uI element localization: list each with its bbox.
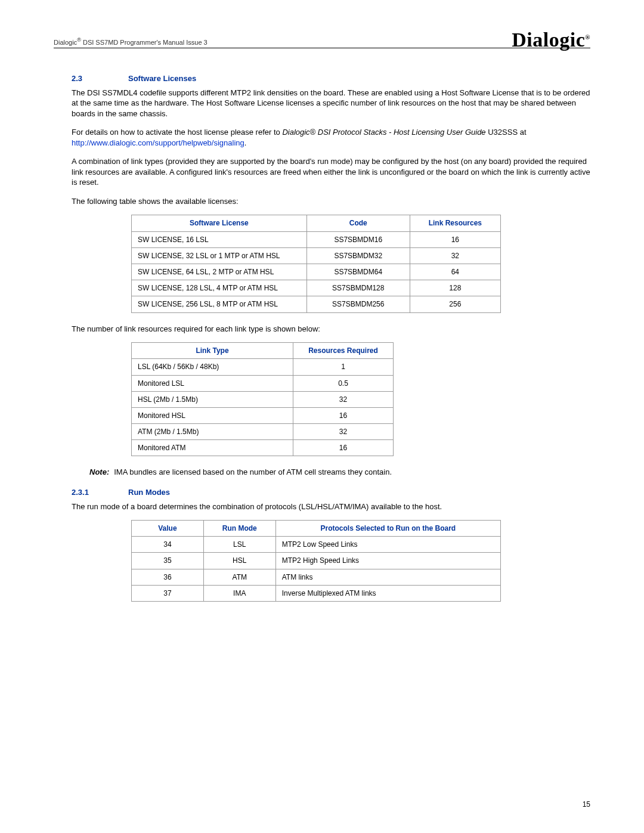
paragraph: A combination of link types (provided th… xyxy=(72,156,590,188)
col-header: Link Type xyxy=(132,343,293,359)
reg-mark: ® xyxy=(77,37,81,43)
doc-title-prefix: Dialogic xyxy=(54,38,77,45)
cell-resources: 64 xyxy=(410,264,500,280)
cell-linktype: HSL (2Mb / 1.5Mb) xyxy=(132,391,293,407)
cell-linktype: LSL (64Kb / 56Kb / 48Kb) xyxy=(132,359,293,375)
paragraph: The DSI SS7MDL4 codefile supports differ… xyxy=(72,88,590,119)
cell-mode: HSL xyxy=(203,553,275,569)
text: . xyxy=(244,138,247,147)
table-row: Monitored ATM 16 xyxy=(132,440,394,456)
table-row: SW LICENSE, 32 LSL or 1 MTP or ATM HSL S… xyxy=(132,247,501,264)
table-header-row: Software License Code Link Resources xyxy=(132,215,501,231)
cell-resources: 16 xyxy=(410,231,500,247)
dialogic-logo: Dialogic® xyxy=(512,30,590,50)
cell-linktype: Monitored ATM xyxy=(132,440,293,456)
cell-linktype: Monitored LSL xyxy=(132,375,293,391)
cell-code: SS7SBMDM32 xyxy=(306,247,410,264)
note-label: Note: xyxy=(89,467,109,478)
table-row: SW LICENSE, 256 LSL, 8 MTP or ATM HSL SS… xyxy=(132,296,501,312)
cell-linktype: ATM (2Mb / 1.5Mb) xyxy=(132,424,293,440)
doc-title: Dialogic® DSI SS7MD Programmer's Manual … xyxy=(54,36,208,47)
cell-proto: ATM links xyxy=(275,569,500,585)
col-header: Value xyxy=(132,521,204,537)
col-header: Run Mode xyxy=(203,521,275,537)
doc-title-suffix: DSI SS7MD Programmer's Manual Issue 3 xyxy=(81,38,208,45)
table-row: HSL (2Mb / 1.5Mb) 32 xyxy=(132,391,394,407)
table-header-row: Link Type Resources Required xyxy=(132,343,394,359)
table-row: LSL (64Kb / 56Kb / 48Kb) 1 xyxy=(132,359,394,375)
note-block: Note: IMA bundles are licensed based on … xyxy=(89,467,590,478)
section-number: 2.3 xyxy=(72,73,128,84)
cell-resources: 256 xyxy=(410,296,500,312)
table-row: 37 IMA Inverse Multiplexed ATM links xyxy=(132,585,501,601)
table-row: Monitored LSL 0.5 xyxy=(132,375,394,391)
cell-code: SS7SBMDM16 xyxy=(306,231,410,247)
cell-req: 16 xyxy=(293,407,394,423)
logo-text: Dialogic xyxy=(512,29,585,51)
cell-license: SW LICENSE, 64 LSL, 2 MTP or ATM HSL xyxy=(132,264,307,280)
table-row: SW LICENSE, 64 LSL, 2 MTP or ATM HSL SS7… xyxy=(132,264,501,280)
cell-mode: IMA xyxy=(203,585,275,601)
cell-req: 32 xyxy=(293,424,394,440)
cell-value: 35 xyxy=(132,553,204,569)
table-header-row: Value Run Mode Protocols Selected to Run… xyxy=(132,521,501,537)
col-header: Protocols Selected to Run on the Board xyxy=(275,521,500,537)
section-heading-2-3: 2.3 Software Licenses xyxy=(72,73,590,84)
cell-proto: MTP2 Low Speed Links xyxy=(275,537,500,553)
page-number: 15 xyxy=(583,800,590,809)
cell-code: SS7SBMDM128 xyxy=(306,280,410,296)
licenses-table: Software License Code Link Resources SW … xyxy=(131,215,501,312)
text: U32SSS at xyxy=(486,128,527,137)
col-header: Software License xyxy=(132,215,307,231)
doc-ref-italic: Dialogic® DSI Protocol Stacks - Host Lic… xyxy=(282,128,485,137)
section-heading-2-3-1: 2.3.1 Run Modes xyxy=(72,487,590,498)
cell-code: SS7SBMDM64 xyxy=(306,264,410,280)
note-text: IMA bundles are licensed based on the nu… xyxy=(114,467,392,478)
cell-license: SW LICENSE, 256 LSL, 8 MTP or ATM HSL xyxy=(132,296,307,312)
cell-mode: ATM xyxy=(203,569,275,585)
page-header: Dialogic® DSI SS7MD Programmer's Manual … xyxy=(54,26,590,48)
section-title: Software Licenses xyxy=(128,73,196,84)
cell-req: 32 xyxy=(293,391,394,407)
cell-req: 16 xyxy=(293,440,394,456)
cell-license: SW LICENSE, 16 LSL xyxy=(132,231,307,247)
cell-linktype: Monitored HSL xyxy=(132,407,293,423)
cell-license: SW LICENSE, 128 LSL, 4 MTP or ATM HSL xyxy=(132,280,307,296)
cell-req: 0.5 xyxy=(293,375,394,391)
table-row: 34 LSL MTP2 Low Speed Links xyxy=(132,537,501,553)
cell-code: SS7SBMDM256 xyxy=(306,296,410,312)
logo-reg: ® xyxy=(585,33,590,41)
runmodes-table: Value Run Mode Protocols Selected to Run… xyxy=(131,520,501,602)
table-row: ATM (2Mb / 1.5Mb) 32 xyxy=(132,424,394,440)
cell-mode: LSL xyxy=(203,537,275,553)
paragraph: The number of link resources required fo… xyxy=(72,324,590,335)
cell-value: 34 xyxy=(132,537,204,553)
table-row: Monitored HSL 16 xyxy=(132,407,394,423)
col-header: Code xyxy=(306,215,410,231)
paragraph: For details on how to activate the host … xyxy=(72,127,590,148)
section-title: Run Modes xyxy=(128,487,170,498)
cell-license: SW LICENSE, 32 LSL or 1 MTP or ATM HSL xyxy=(132,247,307,264)
cell-proto: MTP2 High Speed Links xyxy=(275,553,500,569)
section-number: 2.3.1 xyxy=(72,487,128,498)
cell-proto: Inverse Multiplexed ATM links xyxy=(275,585,500,601)
cell-value: 37 xyxy=(132,585,204,601)
cell-resources: 32 xyxy=(410,247,500,264)
cell-resources: 128 xyxy=(410,280,500,296)
support-link[interactable]: http://www.dialogic.com/support/helpweb/… xyxy=(72,138,244,147)
text: For details on how to activate the host … xyxy=(72,128,282,137)
table-row: 36 ATM ATM links xyxy=(132,569,501,585)
paragraph: The run mode of a board determines the c… xyxy=(72,501,590,512)
table-row: SW LICENSE, 16 LSL SS7SBMDM16 16 xyxy=(132,231,501,247)
col-header: Link Resources xyxy=(410,215,500,231)
cell-req: 1 xyxy=(293,359,394,375)
col-header: Resources Required xyxy=(293,343,394,359)
table-row: SW LICENSE, 128 LSL, 4 MTP or ATM HSL SS… xyxy=(132,280,501,296)
linktype-table: Link Type Resources Required LSL (64Kb /… xyxy=(131,342,394,456)
table-row: 35 HSL MTP2 High Speed Links xyxy=(132,553,501,569)
cell-value: 36 xyxy=(132,569,204,585)
paragraph: The following table shows the available … xyxy=(72,196,590,207)
